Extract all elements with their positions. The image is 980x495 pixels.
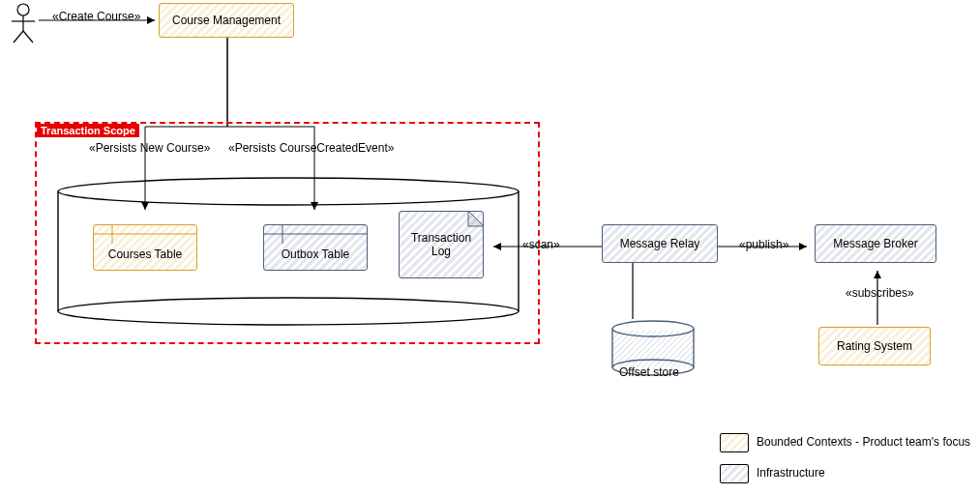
table-icon <box>93 224 197 244</box>
edge-label-scan: «scan» <box>522 238 560 251</box>
node-label: Courses Table <box>108 248 183 261</box>
node-message-relay: Message Relay <box>602 224 718 263</box>
node-course-management: Course Management <box>159 3 294 38</box>
legend-label-infra: Infrastructure <box>757 466 825 480</box>
node-label: Transaction Log <box>411 231 471 258</box>
edge-label-subscribes: «subscribes» <box>846 286 914 300</box>
node-label: Rating System <box>837 339 912 353</box>
node-courses-table: Courses Table <box>93 224 197 271</box>
svg-marker-19 <box>468 211 484 226</box>
legend-swatch-bounded <box>720 433 749 452</box>
node-label: Message Broker <box>833 237 917 250</box>
node-label-offset-store: Offset store <box>619 365 679 379</box>
svg-point-0 <box>17 4 29 15</box>
node-label: Course Management <box>172 14 281 27</box>
connector-down <box>225 38 229 127</box>
node-label: Outbox Table <box>282 248 350 261</box>
node-label: Message Relay <box>620 237 700 250</box>
svg-marker-23 <box>799 243 807 250</box>
edge-label-persists-event: «Persists CourseCreatedEvent» <box>228 141 394 155</box>
svg-marker-31 <box>874 271 881 278</box>
legend-swatch-infra <box>720 464 749 483</box>
edge-label-publish: «publish» <box>739 238 788 251</box>
transaction-scope-title: Transaction Scope <box>37 124 139 137</box>
svg-rect-29 <box>613 331 693 367</box>
edge-label-create-course: «Create Course» <box>52 10 140 23</box>
diagram-canvas: { "actor": { "action_label": "«Create Co… <box>0 0 980 495</box>
dog-ear-icon <box>468 211 484 226</box>
svg-point-25 <box>612 321 694 336</box>
node-rating-system: Rating System <box>818 327 931 365</box>
svg-line-3 <box>14 31 23 43</box>
actor-icon <box>6 2 41 44</box>
node-message-broker: Message Broker <box>815 224 936 263</box>
legend-label-bounded: Bounded Contexts - Product team's focus <box>757 435 970 449</box>
connector-relay-offset <box>631 263 635 319</box>
svg-line-4 <box>23 31 33 43</box>
edge-label-persists-new-course: «Persists New Course» <box>89 141 210 155</box>
table-icon <box>263 224 368 244</box>
node-outbox-table: Outbox Table <box>263 224 368 271</box>
svg-marker-6 <box>147 16 155 24</box>
node-transaction-log: Transaction Log <box>399 211 484 278</box>
